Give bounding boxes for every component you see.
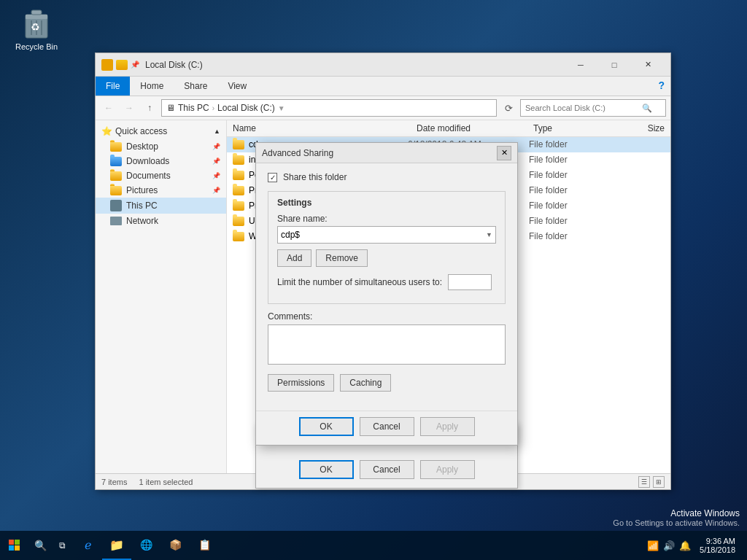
time-display: 9:36 AM (700, 537, 735, 545)
share-checkbox-row: Share this folder (268, 172, 506, 182)
limit-spinner[interactable]: ▲ ▼ (448, 274, 492, 290)
sidebar-downloads-label: Downloads (126, 156, 169, 166)
sidebar-quick-access[interactable]: ⭐ Quick access ▲ (96, 123, 226, 139)
share-checkbox[interactable] (268, 173, 277, 182)
sidebar-item-this-pc[interactable]: This PC (96, 198, 226, 214)
dropdown-arrow-icon: ▼ (486, 231, 492, 238)
share-name-label: Share name: (277, 214, 496, 224)
tab-home[interactable]: Home (130, 77, 174, 96)
details-view-icon[interactable]: ☰ (638, 476, 650, 488)
start-button[interactable] (0, 531, 29, 560)
ok-button[interactable]: OK (299, 417, 354, 436)
dialog-footer: OK Cancel Apply (256, 411, 517, 445)
taskbar-search-button[interactable]: 🔍 (29, 531, 51, 560)
file-explorer-icon: 📁 (109, 538, 124, 552)
status-right: ☰ ⊞ (638, 476, 665, 488)
recycle-bin[interactable]: ♻ Recycle Bin (11, 7, 62, 51)
add-button[interactable]: Add (277, 249, 311, 267)
taskbar-time[interactable]: 9:36 AM 5/18/2018 (694, 537, 741, 554)
activate-windows: Activate Windows Go to Settings to activ… (613, 508, 740, 527)
share-name-value: cdp$ (281, 230, 300, 240)
breadcrumb-this-pc: This PC (178, 103, 209, 113)
sidebar-item-desktop[interactable]: Desktop 📌 (96, 139, 226, 154)
comments-label: Comments: (268, 311, 506, 322)
help-icon[interactable]: ? (652, 77, 670, 96)
tab-file[interactable]: File (96, 77, 130, 96)
title-bar-left: 📌 Local Disk (C:) (101, 59, 564, 71)
column-name[interactable]: Name (233, 123, 417, 133)
file-type: File folder (529, 231, 602, 241)
sidebar-network-label: Network (126, 216, 158, 226)
settings-group: Settings Share name: cdp$ ▼ Add Remove L… (268, 191, 506, 304)
search-input[interactable] (525, 104, 642, 112)
tab-share[interactable]: Share (174, 77, 217, 96)
ribbon-tabs: File Home Share View ? (96, 77, 670, 96)
limit-label: Limit the number of simultaneous users t… (277, 277, 442, 287)
taskbar-search-icon: 🔍 (34, 540, 47, 551)
bg-cancel-button[interactable]: Cancel (360, 460, 414, 479)
nav-bar: ← → ↑ 🖥 This PC › Local Disk (C:) ▼ ⟳ 🔍 (96, 96, 670, 120)
permissions-caching-row: Permissions Caching (268, 374, 506, 392)
comments-textarea[interactable] (268, 324, 506, 365)
volume-icon[interactable]: 🔊 (663, 540, 675, 551)
permissions-button[interactable]: Permissions (268, 374, 334, 392)
sidebar-item-documents[interactable]: Documents 📌 (96, 168, 226, 183)
network-tray-icon[interactable]: 📶 (647, 540, 659, 551)
sidebar-item-downloads[interactable]: Downloads 📌 (96, 154, 226, 168)
up-button[interactable]: ↑ (141, 99, 158, 117)
file-list-header: Name Date modified Type Size (227, 120, 670, 137)
forward-button[interactable]: → (120, 99, 138, 117)
taskbar-system-icons: 📶 🔊 🔔 (647, 540, 691, 551)
sidebar-item-network[interactable]: Network (96, 214, 226, 228)
activate-msg: Go to Settings to activate Windows. (613, 518, 740, 527)
share-name-dropdown[interactable]: cdp$ ▼ (277, 226, 496, 244)
svg-text:♻: ♻ (31, 21, 40, 33)
sidebar-item-pictures[interactable]: Pictures 📌 (96, 183, 226, 198)
caching-button[interactable]: Caching (340, 374, 391, 392)
desktop-folder-icon (110, 142, 122, 152)
column-size[interactable]: Size (606, 123, 665, 133)
taskbar-app5-button[interactable]: 📋 (190, 531, 219, 560)
app3-icon: 🌐 (140, 539, 152, 551)
svg-rect-9 (9, 545, 14, 551)
minimize-button[interactable]: ─ (564, 53, 597, 77)
share-name-field: Share name: cdp$ ▼ (277, 214, 496, 244)
address-separator: › (212, 104, 214, 112)
large-icons-view-icon[interactable]: ⊞ (653, 476, 665, 488)
notification-icon[interactable]: 🔔 (679, 540, 691, 551)
address-bar[interactable]: 🖥 This PC › Local Disk (C:) ▼ (161, 99, 497, 117)
task-view-button[interactable]: ⧉ (51, 531, 73, 560)
maximize-button[interactable]: □ (597, 53, 631, 77)
bg-apply-button[interactable]: Apply (420, 460, 475, 479)
recycle-bin-icon: ♻ (22, 7, 51, 39)
windows-logo-icon (9, 540, 20, 551)
taskbar-ie-button[interactable]: ℯ (73, 531, 102, 560)
column-type[interactable]: Type (533, 123, 606, 133)
remove-button[interactable]: Remove (316, 249, 368, 267)
search-box[interactable]: 🔍 (520, 99, 666, 117)
file-type: File folder (529, 216, 602, 226)
title-bar: 📌 Local Disk (C:) ─ □ ✕ (96, 53, 670, 77)
cancel-button[interactable]: Cancel (360, 417, 414, 436)
back-button[interactable]: ← (100, 99, 117, 117)
dialog-close-button[interactable]: ✕ (497, 146, 511, 160)
close-button[interactable]: ✕ (631, 53, 665, 77)
taskbar-right: 📶 🔊 🔔 9:36 AM 5/18/2018 (647, 537, 747, 554)
taskbar-app3-button[interactable]: 🌐 (131, 531, 160, 560)
apply-button[interactable]: Apply (420, 417, 475, 436)
this-pc-icon (110, 200, 122, 211)
column-date[interactable]: Date modified (417, 123, 533, 133)
documents-folder-icon (110, 171, 122, 181)
bg-ok-button[interactable]: OK (299, 460, 354, 479)
pictures-folder-icon (110, 186, 122, 195)
sidebar-this-pc-label: This PC (126, 201, 158, 211)
share-name-control-row: cdp$ ▼ (277, 226, 496, 244)
tab-view[interactable]: View (217, 77, 257, 96)
limit-value-input[interactable] (449, 277, 492, 287)
taskbar-explorer-button[interactable]: 📁 (102, 531, 131, 560)
file-type: File folder (529, 155, 602, 165)
refresh-button[interactable]: ⟳ (500, 99, 517, 117)
breadcrumb-folder-icon: 🖥 (166, 103, 175, 113)
taskbar-app4-button[interactable]: 📦 (160, 531, 190, 560)
ie-icon: ℯ (85, 538, 91, 552)
